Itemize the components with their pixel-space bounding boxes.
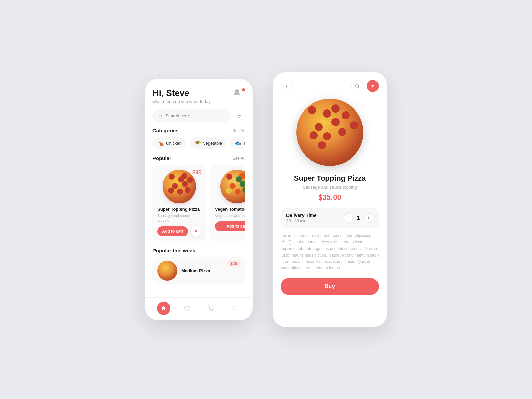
detail-header: ‹ ♥ xyxy=(281,80,379,92)
filter-icon[interactable] xyxy=(234,110,245,121)
search-row xyxy=(152,109,245,122)
nav-cart-wrap xyxy=(204,302,217,315)
quantity-control: − 1 + xyxy=(344,213,373,223)
card-actions-2: Add to cart xyxy=(215,221,245,231)
week-item: Medium Pizza $25 xyxy=(152,257,245,284)
heart-nav-icon xyxy=(184,305,190,311)
nav-home-wrap xyxy=(157,302,170,315)
search-box[interactable] xyxy=(152,109,231,122)
product-image-wrap-2 xyxy=(215,170,245,203)
greeting-name: Hi, Steve xyxy=(152,88,211,98)
notification-bell[interactable] xyxy=(233,88,245,100)
quantity-value: 1 xyxy=(357,215,360,221)
delivery-label: Delivery Time xyxy=(286,213,317,218)
greeting-sub: what menu do you want today xyxy=(152,99,211,104)
product-price-1: $35 xyxy=(192,170,202,176)
quantity-increment[interactable]: + xyxy=(364,213,373,223)
quantity-decrement[interactable]: − xyxy=(344,213,353,223)
header-row: Hi, Steve what menu do you want today xyxy=(152,88,245,104)
add-to-cart-button-1[interactable]: Add to cart xyxy=(157,226,188,236)
nav-item-profile[interactable] xyxy=(227,302,241,315)
cart-icon xyxy=(208,305,214,311)
product-name-2: Vegen Tomato Pizza xyxy=(215,207,245,212)
phone-right: ‹ ♥ Super Topping xyxy=(273,72,387,327)
search-action-icon[interactable] xyxy=(351,80,363,92)
detail-pizza-wrap xyxy=(281,99,379,166)
search-icon xyxy=(158,113,163,118)
bottom-nav xyxy=(145,297,253,320)
fish-emoji: 🐟 xyxy=(235,140,241,146)
delivery-info: Delivery Time 20 - 30 min xyxy=(286,213,317,223)
add-to-cart-button-2[interactable]: Add to cart xyxy=(215,221,245,231)
search-input[interactable] xyxy=(165,113,226,118)
back-button[interactable]: ‹ xyxy=(281,80,293,92)
nav-profile-wrap xyxy=(227,302,241,315)
pizza-image-veggie xyxy=(220,170,245,203)
greeting-block: Hi, Steve what menu do you want today xyxy=(152,88,211,104)
profile-icon xyxy=(231,305,237,311)
heart-filled-icon: ♥ xyxy=(371,83,374,89)
phone-left: Hi, Steve what menu do you want today xyxy=(145,79,253,320)
vegetable-emoji: 🥗 xyxy=(194,140,201,146)
week-pizza-image xyxy=(157,261,177,281)
detail-description: Lorem ipsum dolor sit amet, consectetur … xyxy=(281,233,379,271)
search-detail-icon xyxy=(355,83,360,89)
nav-item-home[interactable] xyxy=(157,302,170,315)
product-name-1: Super Topping Pizza xyxy=(157,207,202,212)
nav-favorites-wrap xyxy=(180,302,194,315)
notification-dot xyxy=(242,88,245,91)
buy-button[interactable]: Buy xyxy=(281,278,379,295)
week-price-badge: $25 xyxy=(227,260,240,267)
delivery-time: 20 - 30 min xyxy=(286,219,317,223)
category-label-vegetable: vegetable xyxy=(203,141,222,146)
detail-pizza-image xyxy=(296,99,363,166)
product-desc-1: Sausage and sauce topping xyxy=(157,213,202,223)
categories-row: 🍗 Chicken 🥗 vegetable 🐟 Fis xyxy=(152,137,245,149)
svg-point-4 xyxy=(210,310,210,311)
svg-point-5 xyxy=(212,310,213,311)
popular-week-header: Popular this week xyxy=(152,248,245,253)
category-chip-chicken[interactable]: 🍗 Chicken xyxy=(152,137,186,149)
popular-week-title: Popular this week xyxy=(152,248,195,253)
card-actions-1: Add to cart ♥ xyxy=(157,226,202,237)
category-label-chicken: Chicken xyxy=(166,141,182,146)
category-label-fish: Fis xyxy=(243,141,245,146)
detail-product-price: $35.00 xyxy=(281,193,379,202)
product-desc-2: Vegetables and tomate xyxy=(215,213,245,218)
popular-title: Popular xyxy=(152,155,171,161)
category-chip-fish[interactable]: 🐟 Fis xyxy=(230,137,245,149)
nav-item-favorites[interactable] xyxy=(180,302,194,315)
popular-see-all[interactable]: See All xyxy=(233,156,245,161)
delivery-row: Delivery Time 20 - 30 min − 1 + xyxy=(281,208,379,228)
detail-product-name: Super Topping Pizza xyxy=(281,174,379,183)
product-card-pepperoni: $35 Super Topping Pizza Sausage and sauc… xyxy=(152,165,206,241)
pizza-image-pepperoni xyxy=(163,170,196,203)
home-icon xyxy=(161,305,167,311)
favorite-action-icon[interactable]: ♥ xyxy=(367,80,379,92)
categories-see-all[interactable]: See All xyxy=(233,128,245,133)
favorite-button-1[interactable]: ♥ xyxy=(191,226,202,237)
popular-week-section: Popular this week Medium Pizza $25 xyxy=(152,248,245,284)
week-item-name: Medium Pizza xyxy=(181,268,210,273)
chicken-emoji: 🍗 xyxy=(157,140,164,146)
popular-grid: $35 Super Topping Pizza Sausage and sauc… xyxy=(152,165,245,241)
nav-item-cart[interactable] xyxy=(204,302,217,315)
scene: Hi, Steve what menu do you want today xyxy=(132,58,400,341)
svg-point-6 xyxy=(233,306,235,308)
categories-header: Categories See All xyxy=(152,128,245,133)
detail-actions: ♥ xyxy=(351,80,379,92)
popular-header: Popular See All xyxy=(152,155,245,161)
product-card-veggie: $28 Vegen Tomato Pizza Vegetables and to… xyxy=(210,165,245,241)
left-phone-content: Hi, Steve what menu do you want today xyxy=(145,79,253,320)
right-phone-content: ‹ ♥ Super Topping xyxy=(273,72,387,327)
detail-product-sub: Sausage and sauce topping xyxy=(281,185,379,190)
category-chip-vegetable[interactable]: 🥗 vegetable xyxy=(190,137,227,149)
week-item-info: Medium Pizza xyxy=(181,268,210,273)
categories-title: Categories xyxy=(152,128,179,133)
